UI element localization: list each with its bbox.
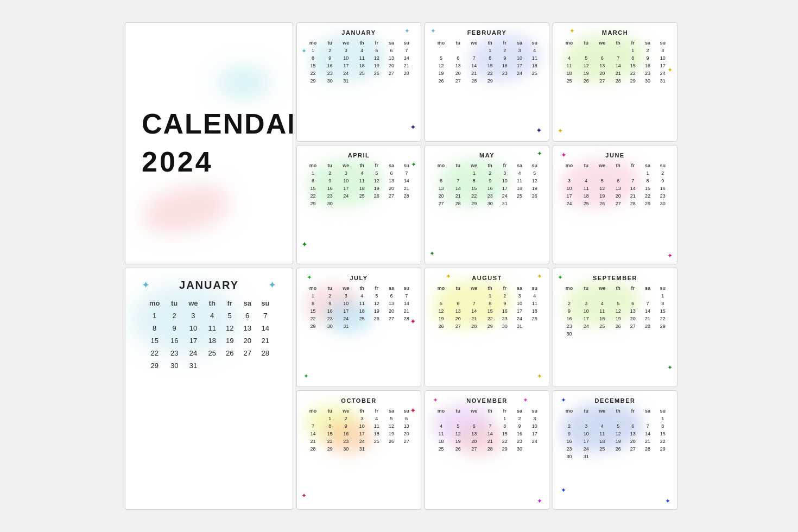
aug-sparkle3: ✦ — [537, 372, 542, 380]
dec-header: DECEMBER — [560, 397, 670, 404]
apr-sparkle1: ✦ — [301, 240, 308, 249]
may-table: motuwethfrsasu 1234567891011121314151617… — [432, 162, 542, 207]
feb-table: motuwethfrsasu 1234567891011121314151617… — [432, 39, 542, 85]
month-card-feb: ✦ ✦ FEBRUARY motuwethfrsasu 123456789101… — [425, 22, 549, 142]
month-card-nov: ✦ ✦ ✦ NOVEMBER motuwethfrsasu 1234567891… — [425, 390, 549, 510]
feb-sparkle2: ✦ — [536, 126, 542, 135]
nov-table: motuwethfrsasu 1234567891011121314151617… — [432, 407, 542, 453]
sep-sparkle2: ✦ — [667, 364, 673, 371]
nov-header: NOVEMBER — [432, 397, 542, 404]
mar-header: MARCH — [560, 29, 670, 36]
month-card-apr: ✦ ✦ APRIL motuwethfrsasu 123456789101112… — [296, 145, 421, 264]
cover-blob1 — [138, 181, 231, 239]
month-card-jun: ✦ ✦ JUNE motuwethfrsasu 1234567891011121… — [553, 145, 677, 264]
dec-sparkle2: ✦ — [561, 486, 566, 494]
month-card-oct: ✦ ✦ OCTOBER motuwethfrsasu 1234567891011… — [296, 390, 421, 510]
cover-title: CALENDAR — [142, 109, 293, 140]
sep-header: SEPTEMBER — [560, 275, 670, 281]
may-sparkle2: ✦ — [429, 250, 435, 257]
jun-header: JUNE — [560, 152, 670, 159]
month-card-jul: ✦ ✦ ✦ JULY motuwethfrsasu 12345678910111… — [296, 268, 421, 387]
dec-sparkle3: ✦ — [665, 497, 670, 505]
month-card-dec: ✦ ✦ ✦ DECEMBER motuwethfrsasu 1234567891… — [553, 390, 677, 510]
feb-header: FEBRUARY — [432, 29, 542, 36]
cover-card: CALENDAR 2024 — [125, 22, 293, 264]
month-card-mar: ✦ ✦ ✦ MARCH motuwethfrsasu 1234567891011… — [553, 22, 677, 142]
main-grid: CALENDAR 2024 ✦ ✦ ✦ JANUARY motuwethfrsa… — [125, 22, 673, 510]
cover-year: 2024 — [142, 145, 213, 178]
oct-header: OCTOBER — [303, 397, 414, 404]
month-card-aug: ✦ ✦ ✦ AUGUST motuwethfrsasu 123456789101… — [425, 268, 549, 387]
dec-table: motuwethfrsasu 1234567891011121314151617… — [560, 407, 670, 460]
aug-header: AUGUST — [432, 275, 542, 281]
jan-large-header: JANUARY — [136, 279, 282, 292]
cover-blob2 — [217, 66, 271, 99]
jul-header: JULY — [303, 275, 414, 281]
jun-sparkle2: ✦ — [667, 252, 673, 259]
month-card-sep: ✦ ✦ SEPTEMBER motuwethfrsasu 12345678910… — [553, 268, 677, 387]
jul-table: motuwethfrsasu 1234567891011121314151617… — [303, 284, 414, 330]
aug-table: motuwethfrsasu 1234567891011121314151617… — [432, 284, 542, 330]
mar-table: motuwethfrsasu 1234567891011121314151617… — [560, 39, 670, 85]
jan-table: motuwethfrsasu 1234567891011121314151617… — [303, 39, 414, 85]
may-header: MAY — [432, 152, 542, 159]
jun-table: motuwethfrsasu 1234567891011121314151617… — [560, 162, 670, 207]
january-large-card: ✦ ✦ JANUARY motuwethfrsasu 1234567891011… — [125, 268, 293, 510]
jan-sparkle3: ✦ — [410, 123, 416, 131]
jan-large-table: motuwethfrsasu 1234567891011121314151617… — [143, 297, 274, 372]
oct-table: motuwethfrsasu 1234567891011121314151617… — [303, 407, 414, 453]
sep-table: motuwethfrsasu 1234567891011121314151617… — [560, 284, 670, 338]
apr-header: APRIL — [303, 152, 414, 159]
nov-sparkle3: ✦ — [537, 497, 542, 505]
jul-sparkle3: ✦ — [303, 372, 309, 380]
month-card-jan: ✦ ✦ ✦ JANUARY motuwethfrsasu 12345678910… — [296, 22, 421, 142]
apr-table: motuwethfrsasu 1234567891011121314151617… — [303, 162, 414, 207]
jan-header: JANUARY — [303, 29, 414, 36]
mar-sparkle3: ✦ — [558, 127, 563, 135]
oct-sparkle2: ✦ — [301, 492, 307, 499]
month-card-may: ✦ ✦ MAY motuwethfrsasu 12345678910111213… — [425, 145, 549, 264]
